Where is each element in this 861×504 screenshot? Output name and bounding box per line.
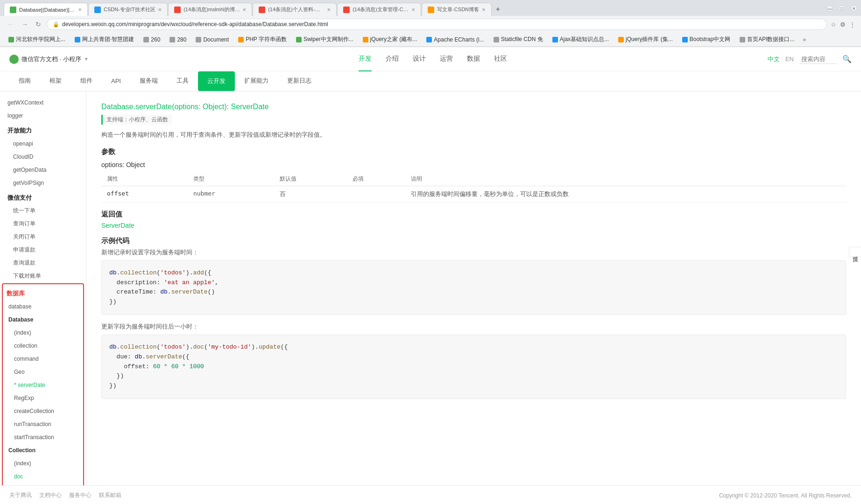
url-bar[interactable]: 🔒 developers.weixin.qq.com/miniprogram/d… — [47, 19, 827, 30]
bookmark-label-5: Document — [203, 36, 229, 43]
bookmark-swiper[interactable]: Swiper中文网制作... — [293, 35, 356, 44]
nav-community[interactable]: 社区 — [494, 47, 507, 71]
sidebar-item-collection[interactable]: collection — [3, 339, 83, 352]
params-section-title: 参数 — [101, 147, 846, 156]
sub-nav-component[interactable]: 组件 — [71, 71, 102, 91]
nav-data[interactable]: 数据 — [467, 47, 480, 71]
nav-design[interactable]: 设计 — [413, 47, 426, 71]
sub-nav-extend[interactable]: 扩展能力 — [235, 71, 278, 91]
bookmark-echarts[interactable]: Apache ECharts (i... — [423, 35, 487, 44]
sidebar-item-Database[interactable]: Database — [3, 313, 83, 326]
sidebar-item-Collection[interactable]: Collection — [3, 444, 83, 457]
sidebar-item-RegExp[interactable]: RegExp — [3, 392, 83, 405]
bookmark-qingtuan[interactable]: 网上共青团·智慧团建 — [72, 35, 137, 44]
sidebar-item-queryrefund[interactable]: 查询退款 — [0, 256, 86, 269]
more-icon[interactable]: ⋮ — [849, 21, 855, 28]
bookmark-label-11: Ajax基础知识点总... — [560, 35, 609, 43]
bookmark-jquery-plugins[interactable]: jQuery插件库 (集... — [615, 35, 676, 44]
sidebar-item-closeorder[interactable]: 关闭订单 — [0, 230, 86, 243]
sidebar-item-getWXContext[interactable]: getWXContext — [0, 96, 86, 109]
bookmark-php[interactable]: PHP 字符串函数 — [235, 35, 289, 44]
back-button[interactable]: ← — [6, 20, 16, 29]
sidebar-item-unifiedorder[interactable]: 统一下单 — [0, 204, 86, 217]
close-button[interactable]: × — [851, 5, 857, 12]
sidebar-item-logger[interactable]: logger — [0, 109, 86, 122]
feedback-button[interactable]: 反馈 — [849, 247, 861, 257]
bookmark-api[interactable]: 首页API数据接口... — [737, 35, 797, 44]
tab-3[interactable]: (14条消息)mslmhl的博客_CSDN... × — [168, 3, 252, 16]
tab-close-5[interactable]: × — [412, 6, 416, 13]
sub-nav-tools[interactable]: 工具 — [167, 71, 198, 91]
tab-2[interactable]: CSDN-专业IT技术社区 × — [88, 3, 168, 16]
nav-intro[interactable]: 介绍 — [386, 47, 399, 71]
tab-1[interactable]: Database[(Database)].serverD... × — [4, 3, 88, 16]
sidebar-item-refund[interactable]: 申请退款 — [0, 243, 86, 256]
footer-link-contact[interactable]: 联系邮箱 — [99, 491, 121, 499]
sub-nav-cloud[interactable]: 云开发 — [198, 71, 235, 91]
sidebar-item-collection-index[interactable]: (index) — [3, 457, 83, 470]
minimize-button[interactable]: — — [826, 5, 833, 12]
bookmark-280[interactable]: 280 — [167, 35, 189, 44]
sidebar-item-createCollection[interactable]: createCollection — [3, 405, 83, 418]
new-tab-button[interactable]: + — [492, 3, 504, 15]
tab-favicon-2 — [94, 7, 101, 13]
bookmark-ajax[interactable]: Ajax基础知识点总... — [550, 35, 612, 44]
tab-4[interactable]: (14条消息)个人资料-个人中心-C... × — [253, 3, 337, 16]
bookmark-hebei[interactable]: 河北软件学院网上... — [6, 35, 68, 44]
table-row: offset nubmer 百 引用的服务端时间偏移量，毫秒为单位，可以是正数或… — [101, 186, 846, 202]
sidebar-item-queryorder[interactable]: 查询订单 — [0, 217, 86, 230]
sidebar-item-downloadbill[interactable]: 下载对账单 — [0, 269, 86, 282]
sub-nav-framework[interactable]: 框架 — [40, 71, 71, 91]
site-logo[interactable]: 微信官方文档 · 小程序 ▼ — [9, 55, 89, 64]
tab-close-1[interactable]: × — [78, 6, 82, 13]
sidebar-item-getVoIPSign[interactable]: getVoIPSign — [0, 176, 86, 189]
footer-link-docs[interactable]: 文档中心 — [39, 491, 62, 499]
bookmark-bootstrap[interactable]: Bootstrap中文网 — [679, 35, 733, 44]
lang-en-button[interactable]: EN — [785, 56, 794, 63]
sidebar-item-index[interactable]: (index) — [3, 326, 83, 339]
nav-dev[interactable]: 开发 — [359, 47, 372, 71]
sidebar-item-CloudID[interactable]: CloudID — [0, 150, 86, 163]
lang-zh-button[interactable]: 中文 — [768, 55, 780, 63]
sidebar-item-command[interactable]: command — [3, 352, 83, 365]
sub-nav-guide[interactable]: 指南 — [9, 71, 40, 91]
tab-6[interactable]: 写文章-CSDN博客 × — [422, 3, 491, 16]
logo-dropdown-icon[interactable]: ▼ — [84, 56, 89, 62]
tab-close-6[interactable]: × — [482, 6, 486, 13]
bookmark-star-icon[interactable]: ☆ — [831, 21, 836, 28]
sidebar-item-serverDate[interactable]: * serverDate — [3, 378, 83, 392]
maximize-button[interactable]: □ — [839, 5, 845, 12]
search-icon[interactable]: 🔍 — [842, 55, 852, 63]
sidebar-item-database-link[interactable]: database — [3, 300, 83, 313]
bookmark-label-12: jQuery插件库 (集... — [626, 35, 673, 43]
tab-close-3[interactable]: × — [243, 6, 247, 13]
bookmark-jquery-home[interactable]: jQuery之家 (藏布... — [360, 35, 420, 44]
sidebar-item-runTransaction[interactable]: runTransaction — [3, 418, 83, 431]
refresh-button[interactable]: ↻ — [34, 20, 43, 29]
tab-label-4: (14条消息)个人资料-个人中心-C... — [268, 6, 324, 13]
forward-button[interactable]: → — [20, 20, 30, 29]
bookmark-staticfile[interactable]: Staticfile CDN 免 — [491, 35, 546, 44]
bookmarks-more-button[interactable]: » — [801, 35, 808, 44]
bookmark-260[interactable]: 260 — [141, 35, 163, 44]
sidebar-item-doc[interactable]: doc — [3, 470, 83, 483]
sidebar-item-getOpenData[interactable]: getOpenData — [0, 163, 86, 176]
tab-5[interactable]: (14条消息)文章管理-CSDN博客... × — [337, 3, 421, 16]
sidebar-item-startTransaction[interactable]: startTransaction — [3, 431, 83, 444]
bookmark-document[interactable]: Document — [193, 35, 232, 44]
sub-nav-api[interactable]: API — [102, 71, 130, 91]
footer-link-service[interactable]: 服务中心 — [69, 491, 92, 499]
sidebar-item-openapi[interactable]: openapi — [0, 137, 86, 150]
tab-label-3: (14条消息)mslmhl的博客_CSDN... — [183, 6, 240, 13]
search-input[interactable] — [799, 55, 837, 64]
sub-nav-changelog[interactable]: 更新日志 — [278, 71, 321, 91]
nav-ops[interactable]: 运营 — [440, 47, 453, 71]
sub-nav-service[interactable]: 服务端 — [130, 71, 167, 91]
row-default: 百 — [274, 186, 347, 202]
footer-link-about[interactable]: 关于腾讯 — [9, 491, 32, 499]
sidebar-item-Geo[interactable]: Geo — [3, 365, 83, 378]
tab-close-4[interactable]: × — [327, 6, 331, 13]
sidebar-item-aggregate[interactable]: aggregate — [3, 483, 83, 486]
extensions-icon[interactable]: ⚙ — [840, 21, 846, 28]
tab-close-2[interactable]: × — [158, 6, 162, 13]
